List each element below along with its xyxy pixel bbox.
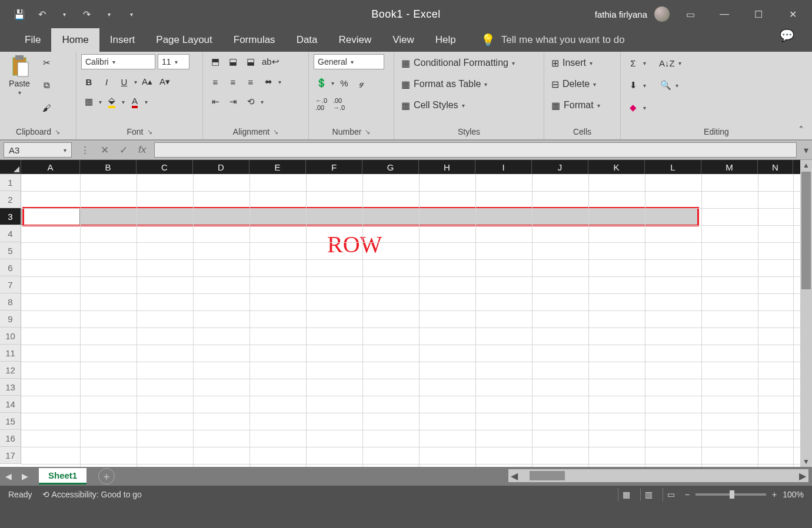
col-header-G[interactable]: G: [362, 160, 419, 174]
percent-button[interactable]: %: [337, 75, 352, 91]
view-page-layout-button[interactable]: ▥: [640, 488, 657, 501]
fx-enter-icon[interactable]: ✓: [119, 144, 128, 156]
number-format-combo[interactable]: General▾: [314, 54, 384, 69]
row-header-2[interactable]: 2: [0, 191, 21, 208]
row-header-12[interactable]: 12: [0, 362, 21, 379]
col-header-J[interactable]: J: [532, 160, 588, 174]
sheet-tab[interactable]: Sheet1: [39, 468, 86, 484]
cell-styles-button[interactable]: ▦Cell Styles▾: [399, 98, 517, 113]
menu-file[interactable]: File: [14, 28, 51, 52]
underline-button[interactable]: U: [117, 74, 132, 89]
menu-help[interactable]: Help: [425, 28, 467, 52]
comma-button[interactable]: ℊ: [354, 75, 370, 91]
tell-me-search[interactable]: 💡 Tell me what you want to do: [481, 28, 625, 52]
increase-decimal-button[interactable]: ←.0.00: [314, 96, 329, 112]
horizontal-scrollbar[interactable]: ◀ ▶: [508, 469, 808, 482]
decrease-decimal-button[interactable]: .00→.0: [331, 96, 347, 112]
borders-button[interactable]: ▦: [81, 94, 96, 109]
col-header-A[interactable]: A: [21, 160, 80, 174]
close-icon[interactable]: ✕: [779, 5, 806, 23]
row-header-14[interactable]: 14: [0, 396, 21, 413]
menu-page-layout[interactable]: Page Layout: [145, 28, 222, 52]
italic-button[interactable]: I: [99, 74, 114, 89]
number-launcher-icon[interactable]: ↘: [365, 128, 370, 136]
align-bottom-button[interactable]: ⬓: [243, 54, 258, 69]
find-select-button[interactable]: 🔍: [658, 78, 673, 93]
sheet-nav-next[interactable]: ▶: [16, 472, 33, 481]
font-color-button[interactable]: A: [127, 94, 142, 109]
scroll-left-icon[interactable]: ◀: [508, 470, 520, 482]
zoom-in-button[interactable]: +: [772, 490, 777, 499]
fill-button[interactable]: ⬇: [625, 78, 641, 93]
ribbon-display-options-icon[interactable]: ▭: [677, 5, 704, 23]
row-header-4[interactable]: 4: [0, 225, 21, 242]
insert-cells-button[interactable]: ⊞Insert▾: [549, 55, 603, 71]
col-header-D[interactable]: D: [193, 160, 249, 174]
row-header-8[interactable]: 8: [0, 293, 21, 310]
row-header-10[interactable]: 10: [0, 328, 21, 345]
col-header-K[interactable]: K: [588, 160, 645, 174]
scroll-down-icon[interactable]: ▼: [800, 456, 812, 467]
clipboard-launcher-icon[interactable]: ↘: [55, 128, 60, 136]
zoom-level[interactable]: 100%: [783, 490, 804, 499]
name-box[interactable]: A3▾: [4, 142, 72, 158]
autosum-button[interactable]: Σ: [625, 55, 641, 71]
qat-redo-dd[interactable]: ▾: [100, 5, 118, 23]
row-header-13[interactable]: 13: [0, 379, 21, 396]
col-header-I[interactable]: I: [475, 160, 532, 174]
zoom-out-button[interactable]: −: [685, 490, 690, 499]
vscroll-thumb[interactable]: [801, 172, 811, 289]
col-header-B[interactable]: B: [80, 160, 137, 174]
menu-review[interactable]: Review: [328, 28, 382, 52]
maximize-icon[interactable]: ☐: [745, 5, 772, 23]
shrink-font-button[interactable]: A▾: [157, 74, 172, 89]
row-header-9[interactable]: 9: [0, 310, 21, 328]
minimize-icon[interactable]: —: [711, 5, 738, 23]
expand-fx-icon[interactable]: ▾: [800, 145, 812, 156]
row-header-7[interactable]: 7: [0, 276, 21, 293]
menu-view[interactable]: View: [382, 28, 425, 52]
qat-redo[interactable]: ↷: [78, 5, 95, 23]
col-header-N[interactable]: N: [758, 160, 793, 174]
view-normal-button[interactable]: ▦: [618, 488, 634, 501]
collapse-ribbon-icon[interactable]: ˄: [798, 124, 804, 137]
qat-save[interactable]: 💾: [11, 5, 28, 23]
hscroll-thumb[interactable]: [530, 471, 565, 480]
select-all-corner[interactable]: [0, 160, 21, 174]
align-left-button[interactable]: ≡: [208, 74, 223, 89]
qat-undo[interactable]: ↶: [33, 5, 51, 23]
accounting-button[interactable]: 💲: [314, 75, 329, 91]
scroll-right-icon[interactable]: ▶: [797, 470, 808, 482]
qat-customize[interactable]: ▾: [122, 5, 140, 23]
font-name-combo[interactable]: Calibri▾: [81, 54, 155, 69]
col-header-L[interactable]: L: [645, 160, 701, 174]
outdent-button[interactable]: ⇤: [208, 94, 223, 109]
view-page-break-button[interactable]: ▭: [663, 488, 679, 501]
align-middle-button[interactable]: ⬓: [225, 54, 241, 69]
col-header-F[interactable]: F: [306, 160, 362, 174]
font-size-combo[interactable]: 11▾: [158, 54, 189, 69]
cut-button[interactable]: ✂: [39, 55, 54, 71]
orientation-button[interactable]: ⟲: [243, 94, 258, 109]
fx-cancel-icon[interactable]: ✕: [101, 144, 109, 156]
align-top-button[interactable]: ⬒: [208, 54, 223, 69]
menu-home[interactable]: Home: [51, 28, 99, 52]
col-header-H[interactable]: H: [419, 160, 475, 174]
row-header-11[interactable]: 11: [0, 345, 21, 362]
qat-undo-dd[interactable]: ▾: [55, 5, 73, 23]
wrap-text-button[interactable]: ab↩: [261, 54, 281, 69]
delete-cells-button[interactable]: ⊟Delete▾: [549, 76, 603, 92]
conditional-formatting-button[interactable]: ▦Conditional Formatting▾: [399, 55, 517, 71]
fx-more-icon[interactable]: ⋮: [80, 144, 90, 156]
scroll-up-icon[interactable]: ▲: [800, 160, 812, 171]
menu-formulas[interactable]: Formulas: [223, 28, 286, 52]
alignment-launcher-icon[interactable]: ↘: [273, 128, 278, 136]
indent-button[interactable]: ⇥: [225, 94, 241, 109]
row-header-16[interactable]: 16: [0, 430, 21, 447]
sort-filter-button[interactable]: A↓Z: [658, 55, 676, 71]
col-header-C[interactable]: C: [137, 160, 193, 174]
comments-icon[interactable]: 💬: [780, 28, 794, 52]
align-right-button[interactable]: ≡: [243, 74, 258, 89]
copy-button[interactable]: ⧉: [39, 78, 54, 93]
fill-color-button[interactable]: ⬙: [104, 94, 119, 109]
